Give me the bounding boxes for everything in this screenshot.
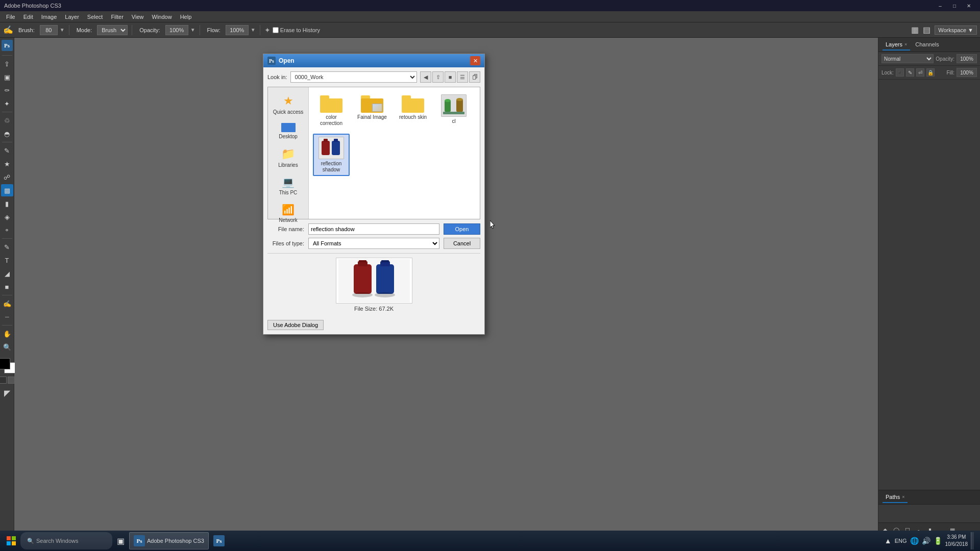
- marquee-tool[interactable]: ▣: [1, 71, 13, 83]
- menu-file[interactable]: File: [2, 11, 19, 22]
- stamp-tool[interactable]: ★: [1, 158, 13, 170]
- blend-mode-select[interactable]: Normal: [881, 54, 934, 63]
- view-menu-button[interactable]: ☰: [457, 71, 468, 83]
- tab-channels[interactable]: Channels: [912, 39, 942, 51]
- erase-to-history-label[interactable]: Erase to History: [273, 27, 320, 33]
- libraries-icon: 📁: [281, 147, 295, 161]
- files-of-type-select[interactable]: All Formats: [308, 238, 439, 249]
- file-item-reflection-shadow[interactable]: reflection shadow: [313, 134, 350, 176]
- pen-tool[interactable]: ✎: [1, 241, 13, 253]
- wand-tool[interactable]: ✦: [1, 97, 13, 110]
- layers-tab-close[interactable]: ×: [904, 42, 907, 47]
- file-item-cl[interactable]: cl: [435, 91, 472, 130]
- fill-control[interactable]: [957, 68, 977, 77]
- nav-quick-access[interactable]: ★ Quick access: [268, 91, 308, 118]
- volume-icon: 🔊: [922, 537, 930, 545]
- svg-rect-18: [7, 536, 11, 540]
- ps2-taskbar-icon: Ps: [213, 535, 225, 546]
- shape-tool[interactable]: ■: [1, 281, 13, 293]
- go-back-button[interactable]: ◀: [420, 71, 431, 83]
- blur-tool[interactable]: ◈: [1, 211, 13, 223]
- minimize-button[interactable]: –: [933, 0, 947, 11]
- look-in-select[interactable]: 0000_Work: [290, 71, 417, 83]
- nav-libraries[interactable]: 📁 Libraries: [268, 144, 308, 171]
- menu-window[interactable]: Window: [148, 11, 176, 22]
- start-button[interactable]: [2, 532, 20, 550]
- notes-tool[interactable]: ✍: [1, 297, 13, 310]
- taskbar-ps-app[interactable]: Ps Adobe Photoshop CS3: [129, 532, 209, 549]
- move-tool[interactable]: ⇪: [1, 58, 13, 70]
- clock-time: 3:36 PM: [945, 534, 968, 541]
- close-button[interactable]: ✕: [962, 0, 976, 11]
- brush-tool[interactable]: ✎: [1, 144, 13, 157]
- cancel-button[interactable]: Cancel: [444, 238, 480, 249]
- lock-position-btn[interactable]: ⏎: [916, 68, 924, 77]
- tab-layers[interactable]: Layers ×: [883, 39, 910, 51]
- history-brush-tool[interactable]: ☍: [1, 171, 13, 183]
- preview-file-size: File Size: 67.2K: [354, 306, 394, 312]
- foreground-color-swatch[interactable]: [0, 358, 10, 369]
- menu-edit[interactable]: Edit: [19, 11, 37, 22]
- eraser-tool[interactable]: ▩: [1, 184, 13, 196]
- folder-icon-retouch-skin: [402, 94, 424, 113]
- taskbar-ps2-app[interactable]: Ps: [209, 532, 229, 549]
- file-item-fainal-image[interactable]: Fainal Image: [354, 91, 390, 130]
- file-name-input[interactable]: [308, 223, 439, 235]
- flow-input[interactable]: 100%: [226, 25, 249, 35]
- ps-taskbar-label: Adobe Photoshop CS3: [147, 538, 204, 544]
- standard-mode-icon[interactable]: [0, 377, 7, 384]
- crop-tool[interactable]: ♲: [1, 114, 13, 127]
- menu-help[interactable]: Help: [176, 11, 196, 22]
- taskbar-task-view[interactable]: ▣: [112, 532, 129, 549]
- menu-layer[interactable]: Layer: [61, 11, 83, 22]
- mode-select[interactable]: Brush: [97, 25, 128, 35]
- lock-image-btn[interactable]: ✎: [906, 68, 914, 77]
- preview-area: File Size: 67.2K: [267, 253, 480, 312]
- show-desktop-button[interactable]: [971, 532, 974, 549]
- eyedropper-tool[interactable]: ◓: [1, 128, 13, 140]
- zoom-tool[interactable]: 🔍: [1, 341, 13, 353]
- dialog-close-button[interactable]: ✕: [470, 56, 480, 65]
- tab-paths[interactable]: Paths ×: [883, 492, 908, 503]
- separator-4: [260, 25, 260, 35]
- measure-tool[interactable]: ┈: [1, 311, 13, 323]
- lock-all-btn[interactable]: 🔒: [926, 68, 935, 77]
- nav-this-pc[interactable]: 💻 This PC: [268, 173, 308, 198]
- nav-network[interactable]: 📶 Network: [268, 201, 308, 226]
- menu-image[interactable]: Image: [37, 11, 61, 22]
- lock-transparent-btn[interactable]: ◾: [896, 68, 904, 77]
- svg-rect-9: [338, 259, 410, 303]
- dodge-tool[interactable]: ⚬: [1, 224, 13, 236]
- notification-icon[interactable]: ▲: [885, 537, 892, 545]
- file-item-color-correction[interactable]: color correction: [313, 91, 350, 130]
- ps-logo: Ps: [2, 40, 13, 51]
- menu-filter[interactable]: Filter: [107, 11, 127, 22]
- cl-preview-svg: [442, 95, 465, 116]
- erase-to-history-checkbox[interactable]: [273, 27, 279, 33]
- create-folder-button[interactable]: ■: [445, 71, 456, 83]
- menu-view[interactable]: View: [128, 11, 148, 22]
- workspace-button[interactable]: Workspace ▼: [935, 26, 977, 35]
- preview-button[interactable]: 🗍: [469, 71, 480, 83]
- lasso-tool[interactable]: ⚰: [1, 84, 13, 96]
- nav-desktop[interactable]: Desktop: [268, 120, 308, 142]
- opacity-input[interactable]: 100%: [165, 25, 188, 35]
- gradient-tool[interactable]: ▮: [1, 197, 13, 210]
- brush-size-input[interactable]: 80: [40, 25, 58, 35]
- maximize-button[interactable]: □: [947, 0, 962, 11]
- taskbar-search[interactable]: 🔍 Search Windows: [20, 532, 112, 549]
- folder-icon-color-correction: [320, 94, 342, 113]
- menu-select[interactable]: Select: [83, 11, 107, 22]
- go-up-button[interactable]: ⇧: [432, 71, 444, 83]
- path-tool[interactable]: ◢: [1, 267, 13, 280]
- screen-mode-button[interactable]: ◤: [1, 387, 13, 399]
- use-adobe-dialog-button[interactable]: Use Adobe Dialog: [267, 320, 324, 330]
- text-tool[interactable]: T: [1, 254, 13, 266]
- file-item-retouch-skin[interactable]: retouch skin: [395, 91, 431, 130]
- paths-tab-close[interactable]: ×: [902, 494, 904, 499]
- opacity-control[interactable]: [957, 54, 977, 63]
- hand-tool[interactable]: ✋: [1, 328, 13, 340]
- file-name-reflection-shadow: reflection shadow: [316, 161, 347, 173]
- open-button[interactable]: Open: [444, 223, 480, 235]
- taskbar-clock[interactable]: 3:36 PM 10/6/2018: [945, 534, 968, 548]
